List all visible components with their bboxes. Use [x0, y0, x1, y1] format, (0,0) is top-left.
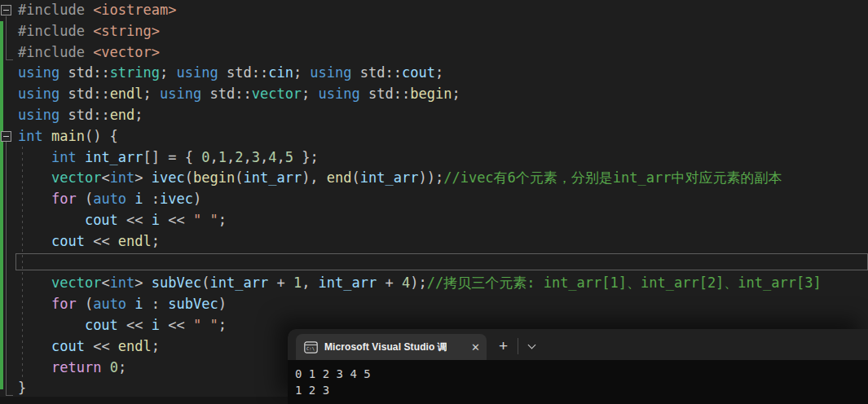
code-line: vector<int> subVec(int_arr + 1, int_arr …	[0, 273, 868, 294]
chevron-down-icon[interactable]	[528, 342, 536, 350]
terminal-tab[interactable]: C:\ Microsoft Visual Studio 调试控制台 ✕	[296, 334, 487, 360]
code-line	[0, 253, 868, 274]
code-line: using std::endl; using std::vector; usin…	[0, 84, 868, 105]
code-line: cout << endl;	[0, 231, 868, 253]
code-line: for (auto i : subVec)	[0, 294, 868, 315]
close-icon[interactable]: ✕	[471, 342, 480, 353]
code-line: using std::end;	[0, 105, 868, 126]
tab-bar-divider	[518, 338, 518, 354]
code-line: #include <vector>	[0, 42, 868, 64]
code-line: #include <string>	[0, 21, 868, 42]
fold-collapse-icon[interactable]	[1, 131, 11, 142]
code-line: cout << i << " ";	[0, 210, 868, 231]
code-line: using std::string; using std::cin; using…	[0, 63, 868, 84]
terminal-output-line: 1 2 3	[295, 382, 868, 398]
terminal-output-line: 0 1 2 3 4 5	[295, 366, 868, 382]
terminal-window: C:\ Microsoft Visual Studio 调试控制台 ✕ + 0 …	[288, 329, 868, 404]
code-line: int int_arr[] = { 0,1,2,3,4,5 };	[0, 147, 868, 169]
command-prompt-icon: C:\	[304, 341, 318, 354]
terminal-tab-title: Microsoft Visual Studio 调试控制台	[324, 340, 447, 354]
svg-text:C:\: C:\	[306, 346, 315, 351]
terminal-output[interactable]: 0 1 2 3 4 5 1 2 3	[288, 360, 868, 404]
new-tab-button[interactable]: +	[499, 338, 508, 354]
vs-editor-window: #include <iostream>#include <string>#inc…	[0, 0, 868, 404]
terminal-tab-bar: C:\ Microsoft Visual Studio 调试控制台 ✕ +	[288, 329, 868, 360]
fold-collapse-icon[interactable]	[1, 5, 11, 15]
code-line: int main() {	[0, 126, 868, 147]
code-line: for (auto i :ivec)	[0, 189, 868, 210]
code-line: #include <iostream>	[0, 0, 868, 21]
code-line: vector<int> ivec(begin(int_arr), end(int…	[0, 168, 868, 189]
